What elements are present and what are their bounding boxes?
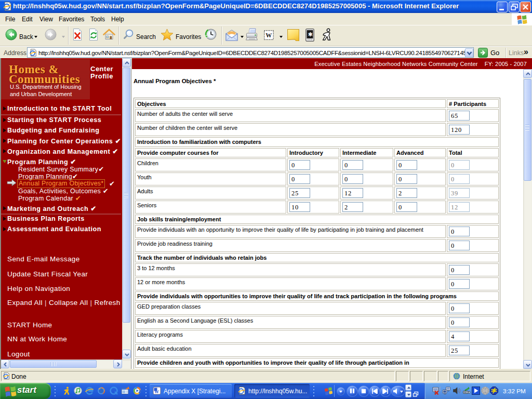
svg-text:W: W <box>154 389 159 394</box>
svg-text:W: W <box>265 32 272 39</box>
svg-text:✱: ✱ <box>308 31 313 37</box>
